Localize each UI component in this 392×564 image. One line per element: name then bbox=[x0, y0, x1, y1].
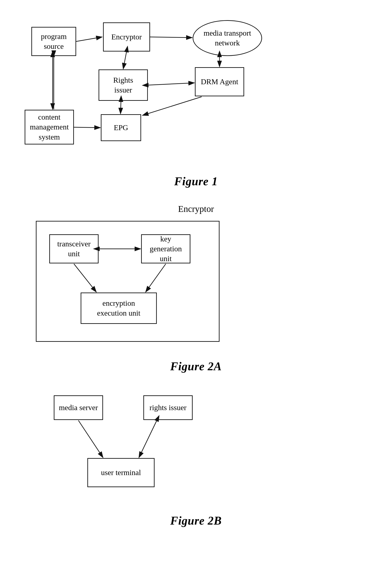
program-source-box: program source bbox=[31, 27, 76, 56]
media-transport-ellipse: media transport network bbox=[193, 20, 262, 56]
user-terminal-box: user terminal bbox=[87, 458, 154, 487]
figure2b-diagram: media server rights issuer user terminal bbox=[18, 389, 374, 509]
page: program source Encryptor media transport… bbox=[0, 0, 392, 564]
encryption-exec-box: encryption execution unit bbox=[81, 292, 157, 324]
figure1-diagram: program source Encryptor media transport… bbox=[18, 14, 374, 170]
svg-line-21 bbox=[139, 420, 157, 458]
media-server-box: media server bbox=[54, 395, 103, 420]
transceiver-box: transceiver unit bbox=[49, 234, 98, 263]
key-gen-box: key generation unit bbox=[141, 234, 190, 263]
svg-line-2 bbox=[76, 37, 102, 41]
svg-line-20 bbox=[78, 420, 103, 458]
figure2a-caption: Figure 2A bbox=[18, 360, 374, 373]
content-mgmt-box: content management system bbox=[25, 110, 74, 144]
svg-line-3 bbox=[150, 37, 192, 38]
epg-box: EPG bbox=[101, 114, 141, 141]
svg-line-8 bbox=[74, 127, 100, 128]
svg-line-9 bbox=[142, 97, 202, 115]
svg-line-7 bbox=[121, 101, 121, 114]
encryptor-box: Encryptor bbox=[103, 22, 150, 52]
svg-line-4 bbox=[123, 52, 126, 69]
figure2a-label: Encryptor bbox=[18, 204, 374, 214]
figure2b-caption: Figure 2B bbox=[18, 514, 374, 527]
figure1-caption: Figure 1 bbox=[18, 175, 374, 188]
drm-agent-box: DRM Agent bbox=[195, 67, 244, 96]
figure2a-diagram: transceiver unit key generation unit enc… bbox=[18, 216, 374, 355]
rights-issuer-box: Rights issuer bbox=[98, 69, 148, 101]
svg-line-5 bbox=[148, 83, 195, 85]
rights-issuer-2b-box: rights issuer bbox=[143, 395, 193, 420]
